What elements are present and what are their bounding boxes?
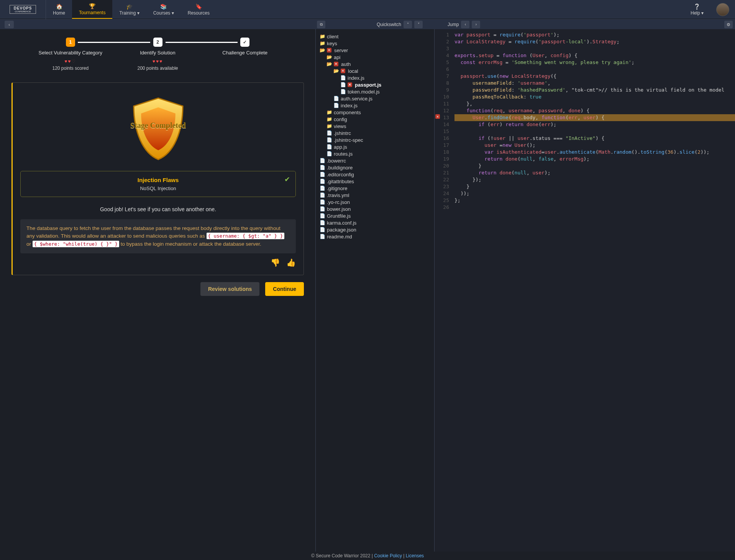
code-snippet-2: { $where: "while(true) { }" } xyxy=(33,241,119,247)
file-readme[interactable]: 📄readme.md xyxy=(320,233,432,240)
error-marker-icon: ✕ xyxy=(348,82,352,87)
step-1: 1 Select Vulnerability Category ♥♥♡ 120 … xyxy=(27,38,114,71)
result-card: Stage Completed Injection Flaws NoSQL In… xyxy=(11,82,304,275)
step-label: Select Vulnerability Category xyxy=(27,50,114,56)
cookie-policy-link[interactable]: Cookie Policy xyxy=(374,553,402,558)
help-icon: ❔ xyxy=(694,3,700,10)
settings-button[interactable]: ⚙ xyxy=(724,21,733,28)
folder-components[interactable]: 📁components xyxy=(326,109,432,116)
file-icon: 📄 xyxy=(326,137,332,143)
step-badge: 1 xyxy=(66,38,75,47)
file-gruntfile[interactable]: 📄Gruntfile.js xyxy=(320,212,432,219)
file-jshintrc-spec[interactable]: 📄.jshintrc-spec xyxy=(326,136,432,143)
jump-next-button[interactable]: › xyxy=(472,21,480,28)
file-package-json[interactable]: 📄package.json xyxy=(320,226,432,233)
file-routes-js[interactable]: 📄routes.js xyxy=(326,150,432,157)
code-snippet-1: { username: { $gt: "a" } } xyxy=(207,233,285,239)
jump-prev-button[interactable]: ‹ xyxy=(461,21,469,28)
folder-api[interactable]: 📂api xyxy=(326,54,432,61)
file-travis[interactable]: 📄.travis.yml xyxy=(320,192,432,199)
explanation-text: The database query to fetch the user fro… xyxy=(20,219,296,253)
folder-config[interactable]: 📁config xyxy=(326,116,432,123)
file-index-js[interactable]: 📄index.js xyxy=(340,74,432,81)
file-index-js[interactable]: 📄index.js xyxy=(333,102,432,109)
file-tree[interactable]: 📁client 📁keys 📂✕server 📂api 📂✕auth 📂✕loc… xyxy=(315,29,435,552)
nav-right: ❔ Help ▾ xyxy=(684,0,735,19)
books-icon: 📚 xyxy=(160,3,167,10)
nav-training[interactable]: 🎓 Training ▾ xyxy=(112,0,146,19)
continue-button[interactable]: Continue xyxy=(265,282,304,296)
folder-views[interactable]: 📁views xyxy=(326,123,432,130)
thumbs-down-button[interactable]: 👎 xyxy=(271,258,280,267)
home-icon: 🏠 xyxy=(56,3,62,10)
folder-auth[interactable]: 📂✕auth xyxy=(326,61,432,67)
step-subtext: 120 points scored xyxy=(27,66,114,71)
folder-local[interactable]: 📂✕local xyxy=(333,67,432,74)
file-icon: 📄 xyxy=(320,227,325,232)
popout-button[interactable]: ⧉ xyxy=(317,21,325,28)
file-icon: 📄 xyxy=(320,234,325,239)
code-content: var passport = require('passport');var L… xyxy=(451,29,735,552)
folder-client[interactable]: 📁client xyxy=(320,33,432,40)
challenge-panel: 1 Select Vulnerability Category ♥♥♡ 120 … xyxy=(0,29,315,552)
file-icon: 📄 xyxy=(326,130,332,136)
code-editor[interactable]: 1234567891011121314151617181920212223242… xyxy=(435,29,735,552)
step-label: Identify Solution xyxy=(114,50,202,56)
result-subtitle: NoSQL Injection xyxy=(26,186,290,191)
file-editorconfig[interactable]: 📄.editorconfig xyxy=(320,171,432,178)
nav-tournaments[interactable]: 🏆 Tournaments xyxy=(72,0,112,19)
file-icon: 📄 xyxy=(320,220,325,225)
lives-indicator: ♥♥♥ xyxy=(114,59,202,64)
nav-courses[interactable]: 📚 Courses ▾ xyxy=(146,0,181,19)
file-jshintrc[interactable]: 📄.jshintrc xyxy=(326,130,432,136)
folder-keys[interactable]: 📁keys xyxy=(320,40,432,47)
copyright: © Secure Code Warrior 2022 | xyxy=(311,553,374,558)
bookmark-icon: 🔖 xyxy=(195,3,202,10)
code-toolbar: ⧉ Quickswitch ˄ ˅ Jump ‹ › xyxy=(315,20,729,29)
nav-home[interactable]: 🏠 Home xyxy=(46,0,72,19)
grad-cap-icon: 🎓 xyxy=(126,3,133,10)
quickswitch-down-button[interactable]: ˅ xyxy=(414,21,423,28)
nav-resources[interactable]: 🔖 Resources xyxy=(181,0,217,19)
file-token-model[interactable]: 📄token.model.js xyxy=(340,88,432,95)
folder-icon: 📁 xyxy=(326,123,332,129)
jump-label: Jump xyxy=(448,22,459,27)
file-icon: 📄 xyxy=(340,82,346,87)
file-passport-js[interactable]: 📄✕passport.js xyxy=(340,81,432,88)
file-icon: 📄 xyxy=(320,206,325,212)
help-dropdown[interactable]: ❔ Help ▾ xyxy=(684,0,710,19)
file-bower-json[interactable]: 📄bower.json xyxy=(320,205,432,212)
file-gitattributes[interactable]: 📄.gitattributes xyxy=(320,178,432,185)
back-button[interactable]: ‹ xyxy=(5,21,14,28)
file-auth-service[interactable]: 📄auth.service.js xyxy=(333,95,432,102)
folder-icon: 📁 xyxy=(320,34,325,39)
error-marker-icon: ✕ xyxy=(327,48,331,53)
file-gitignore[interactable]: 📄.gitignore xyxy=(320,185,432,192)
quickswitch-up-button[interactable]: ˄ xyxy=(404,21,412,28)
folder-open-icon: 📂 xyxy=(320,48,325,53)
file-icon: 📄 xyxy=(320,199,325,205)
file-icon: 📄 xyxy=(333,103,339,108)
thumbs-up-button[interactable]: 👍 xyxy=(286,258,296,267)
file-icon: 📄 xyxy=(320,165,325,170)
quickswitch-label: Quickswitch xyxy=(377,22,401,27)
step-badge: 2 xyxy=(153,38,162,47)
help-label: Help ▾ xyxy=(691,10,704,16)
file-buildignore[interactable]: 📄.buildignore xyxy=(320,164,432,171)
file-icon: 📄 xyxy=(320,172,325,177)
file-app-js[interactable]: 📄app.js xyxy=(326,143,432,150)
folder-server[interactable]: 📂✕server xyxy=(320,47,432,54)
file-bowerrc[interactable]: 📄.bowerrc xyxy=(320,157,432,164)
file-karma[interactable]: 📄karma.conf.js xyxy=(320,219,432,226)
result-box: Injection Flaws NoSQL Injection ✔ xyxy=(20,171,296,197)
user-avatar[interactable] xyxy=(716,3,729,16)
file-icon: 📄 xyxy=(320,186,325,191)
review-solutions-button[interactable]: Review solutions xyxy=(200,282,259,296)
folder-open-icon: 📂 xyxy=(326,54,332,60)
secondary-toolbar: ‹ ⧉ Quickswitch ˄ ˅ Jump ‹ › ⚙ xyxy=(0,19,735,29)
file-yorc[interactable]: 📄.yo-rc.json xyxy=(320,199,432,205)
step-subtext: 200 points available xyxy=(114,66,202,71)
file-icon: 📄 xyxy=(320,179,325,184)
licenses-link[interactable]: Licenses xyxy=(406,553,424,558)
stage-completed-text: Stage Completed xyxy=(130,121,186,130)
